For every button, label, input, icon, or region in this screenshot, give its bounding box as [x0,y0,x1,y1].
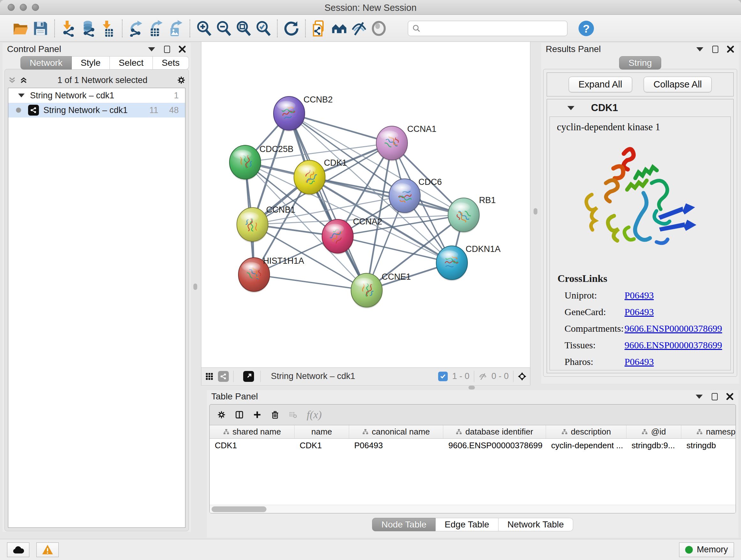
help-button[interactable]: ? [576,18,596,39]
search-input[interactable] [408,21,567,36]
zoom-out-button[interactable] [214,18,233,39]
import-table-button[interactable] [98,18,118,39]
control-panel: Control Panel NetworkStyleSelectSets 1 o… [3,43,191,532]
panel-float-icon[interactable] [711,45,719,53]
panel-float-icon[interactable] [163,45,171,53]
collapse-all-button[interactable]: Collapse All [644,77,712,92]
toolbar-separator [122,19,123,37]
gear-icon[interactable] [177,76,185,84]
crosslink-value-link[interactable]: P06493 [624,356,654,367]
hidden-eye-slash-icon[interactable] [479,372,487,381]
memory-label: Memory [697,545,728,555]
refresh-button[interactable] [281,18,301,39]
grid-view-icon[interactable] [205,372,213,381]
panel-menu-icon[interactable] [147,45,156,53]
column-header-description[interactable]: description [546,425,626,438]
network-node-CCNE1[interactable] [351,273,383,308]
toolbar-search [408,21,567,36]
tab-network-table[interactable]: Network Table [498,518,573,531]
scrollbar-thumb[interactable] [212,506,266,512]
first-neighbors-button[interactable] [329,18,349,39]
network-node-RB1[interactable] [448,198,480,233]
show-all-button[interactable] [369,18,389,39]
search-icon [412,24,421,33]
tab-sets[interactable]: Sets [153,56,189,70]
warnings-button[interactable] [37,543,59,557]
export-table-button[interactable] [146,18,166,39]
export-network-button[interactable] [126,18,146,39]
column-header-shared-name[interactable]: shared name [210,425,294,438]
crosslink-value-link[interactable]: P06493 [624,307,654,317]
tab-string[interactable]: String [619,56,661,70]
tree-expander-icon[interactable] [17,91,25,100]
zoom-in-button[interactable] [194,18,214,39]
table-row[interactable]: CDK1CDK1P064939606.ENSP00000378699cyclin… [210,439,736,452]
open-in-window-icon[interactable] [243,371,254,382]
open-session-button[interactable] [11,18,30,39]
network-node-CCNB2[interactable] [273,97,305,132]
zoom-fit-button[interactable] [233,18,253,39]
network-canvas[interactable]: CCNB2CCNA1CDC25BCDK1CDC6RB1CCNB1CCNA2CDK… [201,42,530,368]
column-header-name[interactable]: name [294,425,349,438]
network-node-CDC6[interactable] [389,179,421,214]
delete-table-icon [289,411,297,419]
network-node-CCNB1[interactable] [237,207,268,243]
selected-checkbox[interactable] [438,372,448,381]
crosslink-value-link[interactable]: P06493 [624,290,654,301]
network-type-badge-icon[interactable] [218,371,229,382]
import-network-file-button[interactable] [59,18,78,39]
floppy-icon [32,20,49,37]
save-session-button[interactable] [30,18,51,39]
expand-all-icon[interactable] [19,76,28,84]
tab-edge-table[interactable]: Edge Table [435,518,498,531]
crosslink-value-link[interactable]: 9606.ENSP00000378699 [624,323,722,334]
crosslink-value-link[interactable]: 9606.ENSP00000378699 [624,340,722,351]
column-header-canonical-name[interactable]: canonical name [349,425,443,438]
add-column-icon[interactable] [253,411,261,419]
memory-button[interactable]: Memory [679,543,734,557]
show-columns-icon[interactable] [235,411,244,419]
clone-network-button[interactable] [310,18,329,39]
tab-network[interactable]: Network [20,56,72,70]
zoom-selected-button[interactable] [253,18,273,39]
column-header-namespace[interactable]: namespace [681,425,736,438]
tab-node-table[interactable]: Node Table [372,518,435,531]
network-node-CDK1[interactable] [293,160,326,195]
panel-menu-icon[interactable] [696,45,704,53]
table-cell: cyclin-dependent ... [546,439,626,452]
panel-close-icon[interactable] [726,392,734,401]
vertical-splitter-handle[interactable] [193,284,197,290]
network-collection-row[interactable]: String Network – cdk1 1 [8,88,185,103]
cloud-status-button[interactable] [7,543,29,557]
table-header-row: shared namenamecanonical namedatabase id… [210,425,736,439]
collapse-entry-icon[interactable] [567,106,575,110]
table-cell: CDK1 [294,439,349,452]
birds-eye-toggle-icon[interactable] [518,372,526,381]
magnifier-fit-icon [235,20,252,37]
vertical-splitter-handle[interactable] [534,208,537,214]
import-network-database-button[interactable] [78,18,98,39]
panel-float-icon[interactable] [711,392,719,401]
collapse-all-icon[interactable] [8,76,16,84]
network-list-box: 1 of 1 Network selected String Network –… [4,69,189,531]
panel-menu-icon[interactable] [695,392,703,401]
expand-all-button[interactable]: Expand All [569,77,632,92]
tab-select[interactable]: Select [110,56,153,70]
horizontal-splitter-handle[interactable] [468,386,475,389]
panel-close-icon[interactable] [178,45,186,53]
column-header-@id[interactable]: @id [626,425,681,438]
network-node-CDKN1A[interactable] [436,246,468,281]
panel-close-icon[interactable] [726,45,735,53]
delete-column-trash-icon[interactable] [271,411,279,419]
hide-selected-button[interactable] [349,18,369,39]
refresh-icon [283,20,300,37]
tab-style[interactable]: Style [72,56,110,70]
network-row[interactable]: String Network – cdk1 11 48 [8,103,185,118]
network-node-CDC25B[interactable] [229,145,261,180]
export-image-button[interactable] [166,18,186,39]
horizontal-scrollbar[interactable] [210,505,736,513]
column-header-database-identifier[interactable]: database identifier [443,425,546,438]
network-node-CCNA1[interactable] [376,126,408,161]
network-node-CCNA2[interactable] [322,219,354,254]
table-settings-gear-icon[interactable] [217,411,226,419]
